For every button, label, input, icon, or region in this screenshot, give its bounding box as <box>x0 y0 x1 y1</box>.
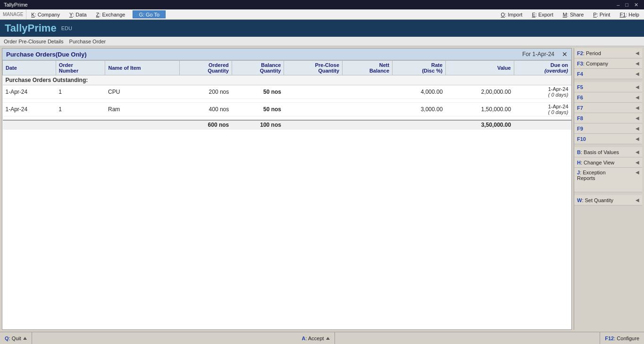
main-layout: Purchase Orders(Due Only) For 1-Apr-24 ✕… <box>0 46 644 332</box>
f8-label: F8 <box>577 115 583 121</box>
table-header-row: Date OrderNumber Name of Item OrderedQua… <box>3 61 571 75</box>
total-ordered: 600 nos <box>180 120 232 130</box>
status-bar: Q: Quit A: Accept F12: Configure <box>0 332 644 344</box>
app-logo: TallyPrime <box>5 22 57 34</box>
minimize-button[interactable]: – <box>615 2 621 8</box>
exception-reports-button[interactable]: J: Exception Reports ◀ <box>574 168 642 192</box>
setqty-arrow-icon: ◀ <box>636 197 639 203</box>
row-order-1: 1 <box>56 85 105 99</box>
quit-button[interactable]: Q: Quit <box>0 332 32 344</box>
row-rate-1: 4,000.00 <box>393 85 446 99</box>
col-name: Name of Item <box>105 61 180 75</box>
row-ordered-2: 400 nos <box>180 103 232 116</box>
basis-arrow-icon: ◀ <box>636 149 639 155</box>
app-subtitle: EDU <box>61 25 72 31</box>
total-balance: 100 nos <box>232 120 284 130</box>
f6-arrow-icon: ◀ <box>636 95 639 100</box>
f2-period-button[interactable]: F2: Period ◀ <box>574 48 642 58</box>
breadcrumb-bar: Order Pre-Closure Details Purchase Order <box>0 37 644 46</box>
menu-company[interactable]: K: Company <box>26 9 65 19</box>
f4-label: F4 <box>577 71 583 77</box>
app-header: TallyPrime EDU <box>0 20 644 37</box>
col-preclose-qty: Pre-CloseQuantity <box>284 61 343 75</box>
menu-print[interactable]: P: Print <box>588 9 615 19</box>
f9-button[interactable]: F9 ◀ <box>574 123 642 134</box>
setqty-label: W: Set Quantity <box>577 197 613 203</box>
menu-bar: MANAGE K: Company Y: Data Z: Exchange G:… <box>0 9 644 20</box>
f7-button[interactable]: F7 ◀ <box>574 103 642 113</box>
section-header-label: Purchase Orders Outstanding: <box>3 75 571 85</box>
f6-button[interactable]: F6 ◀ <box>574 92 642 103</box>
menu-share[interactable]: M: Share <box>558 9 589 19</box>
app-title: TallyPrime <box>4 2 28 8</box>
f2-arrow-icon: ◀ <box>636 50 639 56</box>
accept-arrow-icon <box>326 337 330 340</box>
basis-label: B: Basis of Values <box>577 149 619 155</box>
status-spacer-1 <box>32 332 297 344</box>
f5-arrow-icon: ◀ <box>636 84 639 90</box>
f4-button[interactable]: F4 ◀ <box>574 69 642 79</box>
row-name-1: CPU <box>105 85 180 99</box>
f2-label: F2: Period <box>577 50 601 56</box>
maximize-button[interactable]: □ <box>623 2 630 8</box>
row-due-1: 1-Apr-24( 0 days) <box>514 85 571 99</box>
window-controls[interactable]: – □ ✕ <box>615 2 640 8</box>
basis-of-values-button[interactable]: B: Basis of Values ◀ <box>574 147 642 157</box>
title-bar: TallyPrime – □ ✕ <box>0 0 644 9</box>
menu-export[interactable]: E: Export <box>527 9 558 19</box>
spacer-row-2 <box>3 116 571 120</box>
exception-key: J: Exception <box>577 170 606 175</box>
row-nett-1 <box>343 85 393 99</box>
total-nett <box>343 120 393 130</box>
row-order-2: 1 <box>56 103 105 116</box>
breadcrumb-right: Purchase Order <box>69 39 106 44</box>
col-ordered-qty: OrderedQuantity <box>180 61 232 75</box>
col-order-number: OrderNumber <box>56 61 105 75</box>
f10-button[interactable]: F10 ◀ <box>574 134 642 144</box>
row-preclose-1 <box>284 85 343 99</box>
menu-data[interactable]: Y: Data <box>65 9 92 19</box>
col-due-on: Due on(overdue) <box>514 61 571 75</box>
table-row: 1-Apr-24 1 Ram 400 nos 50 nos 3,000.00 1… <box>3 103 571 116</box>
f8-button[interactable]: F8 ◀ <box>574 113 642 123</box>
set-quantity-button[interactable]: W: Set Quantity ◀ <box>574 195 642 205</box>
spacer-row-1 <box>3 99 571 103</box>
menu-exchange[interactable]: Z: Exchange <box>92 9 130 19</box>
total-due <box>514 120 571 130</box>
quit-key: Q: Quit <box>5 336 21 341</box>
row-name-2: Ram <box>105 103 180 116</box>
f4-arrow-icon: ◀ <box>636 71 639 76</box>
menu-help[interactable]: F1: Help <box>615 9 644 19</box>
col-nett-balance: NettBalance <box>343 61 393 75</box>
f5-button[interactable]: F5 ◀ <box>574 82 642 92</box>
col-balance-qty: BalanceQuantity <box>232 61 284 75</box>
configure-button[interactable]: F12: Configure <box>600 332 644 344</box>
f10-arrow-icon: ◀ <box>636 136 639 141</box>
row-date-1: 1-Apr-24 <box>3 85 56 99</box>
total-row: 600 nos 100 nos 3,50,000.00 <box>3 120 571 130</box>
change-view-button[interactable]: H: Change View ◀ <box>574 157 642 168</box>
total-preclose <box>284 120 343 130</box>
row-due-2: 1-Apr-24( 0 days) <box>514 103 571 116</box>
section-header-row: Purchase Orders Outstanding: <box>3 75 571 85</box>
goto-button[interactable]: G: Go To <box>133 10 166 18</box>
data-table: Date OrderNumber Name of Item OrderedQua… <box>2 60 571 130</box>
menu-import[interactable]: O: Import <box>496 9 527 19</box>
row-balance-1: 50 nos <box>232 85 284 99</box>
col-value: Value <box>445 61 514 75</box>
accept-button[interactable]: A: Accept <box>297 332 335 344</box>
exception-text: J: Exception Reports <box>577 170 606 181</box>
total-value: 3,50,000.00 <box>445 120 514 130</box>
f3-arrow-icon: ◀ <box>636 61 639 66</box>
changeview-arrow-icon: ◀ <box>636 160 639 165</box>
f3-company-button[interactable]: F3: Company ◀ <box>574 58 642 69</box>
quit-arrow-icon <box>23 337 27 340</box>
configure-key: F12: Configure <box>605 336 639 341</box>
exception-label: Reports <box>577 175 606 181</box>
close-button[interactable]: ✕ <box>632 2 640 8</box>
table-row: 1-Apr-24 1 CPU 200 nos 50 nos 4,000.00 2… <box>3 85 571 99</box>
content-header: Purchase Orders(Due Only) For 1-Apr-24 ✕ <box>2 49 571 60</box>
row-ordered-1: 200 nos <box>180 85 232 99</box>
right-panel: F2: Period ◀ F3: Company ◀ F4 ◀ F5 ◀ F6 … <box>574 48 642 330</box>
close-content-button[interactable]: ✕ <box>562 50 568 58</box>
